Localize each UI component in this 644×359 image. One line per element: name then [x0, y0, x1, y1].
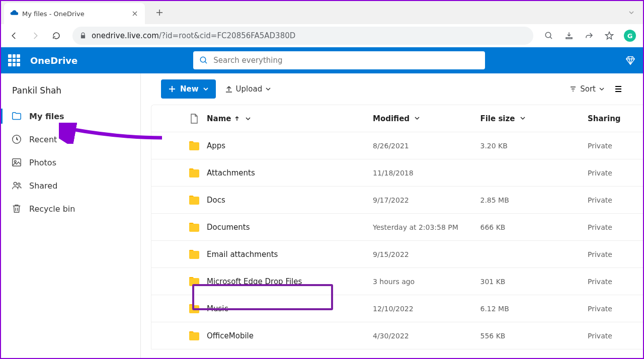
cell-modified: Yesterday at 2:03:58 PM	[373, 223, 480, 231]
upload-icon	[225, 85, 233, 93]
new-button[interactable]: New	[161, 79, 216, 99]
search-icon	[199, 56, 208, 65]
bookmark-icon[interactable]	[601, 27, 618, 44]
app-launcher-icon[interactable]	[8, 54, 20, 66]
tabs-dropdown-icon[interactable]	[628, 9, 635, 16]
sort-icon	[569, 85, 577, 93]
cell-modified: 3 hours ago	[373, 278, 480, 286]
svg-point-0	[545, 32, 551, 38]
svg-point-6	[18, 183, 20, 186]
search-input[interactable]	[213, 56, 479, 65]
sidebar-item-label: Photos	[29, 158, 56, 167]
folder-icon	[182, 276, 207, 287]
recent-icon	[11, 134, 22, 145]
cell-name[interactable]: Email attachments	[207, 250, 373, 259]
new-tab-button[interactable]	[152, 5, 167, 20]
chevron-down-icon	[520, 115, 526, 121]
cell-name[interactable]: Docs	[207, 196, 373, 205]
folder-icon	[182, 330, 207, 341]
cell-name[interactable]: Music	[207, 304, 373, 313]
cell-name[interactable]: Attachments	[207, 168, 373, 177]
folder-icon	[182, 195, 207, 206]
lock-icon	[79, 32, 87, 39]
cell-name[interactable]: Microsoft Edge Drop Files	[207, 277, 373, 286]
view-options-icon[interactable]	[614, 84, 623, 94]
svg-point-1	[201, 57, 206, 62]
cell-name[interactable]: Documents	[207, 223, 373, 232]
folder-icon	[182, 303, 207, 314]
col-name[interactable]: Name	[207, 114, 373, 123]
cell-size: 301 KB	[480, 278, 588, 286]
chevron-down-icon	[245, 116, 251, 122]
sidebar-item-label: My files	[29, 112, 64, 121]
user-name: Pankil Shah	[1, 85, 140, 105]
cell-modified: 9/17/2022	[373, 196, 480, 204]
cell-size: 2.85 MB	[480, 196, 588, 204]
upload-button[interactable]: Upload	[225, 84, 272, 94]
cell-size: 6.12 MB	[480, 305, 588, 313]
brand-name[interactable]: OneDrive	[30, 55, 77, 66]
back-button[interactable]	[5, 27, 23, 45]
sidebar-item-my-files[interactable]: My files	[1, 105, 140, 128]
svg-point-4	[14, 160, 16, 162]
plus-icon	[168, 85, 176, 93]
col-size[interactable]: File size	[480, 114, 588, 123]
sidebar-item-recycle-bin[interactable]: Recycle bin	[1, 197, 140, 220]
close-tab-icon[interactable]	[131, 10, 139, 18]
svg-rect-3	[13, 159, 21, 166]
table-row[interactable]: Music12/10/20226.12 MBPrivate	[151, 295, 643, 322]
cell-sharing: Private	[588, 305, 643, 313]
cell-size: 666 KB	[480, 223, 588, 231]
premium-icon[interactable]	[625, 55, 636, 66]
sidebar-item-label: Shared	[29, 181, 57, 191]
cell-sharing: Private	[588, 223, 643, 231]
table-row[interactable]: Docs9/17/20222.85 MBPrivate	[151, 187, 643, 214]
sidebar-item-shared[interactable]: Shared	[1, 174, 140, 197]
chevron-down-icon	[414, 115, 420, 121]
install-icon[interactable]	[560, 27, 578, 44]
sort-button[interactable]: Sort	[569, 84, 605, 94]
cell-modified: 12/10/2022	[373, 305, 480, 313]
table-row[interactable]: Apps8/26/20213.20 KBPrivate	[151, 132, 643, 159]
cell-sharing: Private	[588, 332, 643, 340]
cell-modified: 8/26/2021	[373, 142, 480, 150]
table-row[interactable]: Email attachments9/15/2022Private	[151, 241, 643, 268]
cell-modified: 4/30/2022	[373, 332, 480, 340]
sidebar-item-label: Recent	[29, 135, 57, 144]
search-box[interactable]	[193, 51, 485, 69]
sidebar-item-label: Recycle bin	[29, 204, 75, 214]
cell-name[interactable]: OfficeMobile	[207, 331, 373, 340]
address-bar[interactable]: onedrive.live.com/?id=root&cid=FC20856FA…	[72, 27, 533, 45]
cell-size: 3.20 KB	[480, 142, 588, 150]
photo-icon	[11, 157, 22, 168]
table-row[interactable]: Microsoft Edge Drop Files3 hours ago301 …	[151, 268, 643, 295]
cell-modified: 11/18/2018	[373, 169, 480, 177]
cell-sharing: Private	[588, 196, 643, 204]
cell-sharing: Private	[588, 169, 643, 177]
search-omni-icon[interactable]	[540, 27, 557, 44]
chevron-down-icon	[203, 86, 209, 92]
people-icon	[11, 180, 22, 191]
table-row[interactable]: OfficeMobile4/30/2022556 KBPrivate	[151, 322, 643, 349]
cell-name[interactable]: Apps	[207, 141, 373, 150]
tab-title: My files - OneDrive	[22, 10, 127, 18]
table-header: Name Modified File size Sharing	[151, 105, 643, 132]
cell-sharing: Private	[588, 278, 643, 286]
share-icon[interactable]	[581, 27, 598, 44]
sidebar-item-photos[interactable]: Photos	[1, 151, 140, 174]
folder-icon	[182, 222, 207, 233]
col-sharing[interactable]: Sharing	[588, 114, 643, 123]
file-icon	[190, 114, 198, 124]
table-row[interactable]: Attachments11/18/2018Private	[151, 159, 643, 187]
folder-icon	[182, 140, 207, 151]
chevron-down-icon	[599, 86, 605, 92]
folder-icon	[182, 167, 207, 178]
reload-button[interactable]	[47, 27, 65, 45]
table-row[interactable]: DocumentsYesterday at 2:03:58 PM666 KBPr…	[151, 214, 643, 241]
browser-tab[interactable]: My files - OneDrive	[4, 3, 145, 24]
sidebar-item-recent[interactable]: Recent	[1, 128, 140, 151]
grammarly-icon[interactable]: G	[624, 30, 636, 42]
folder-icon	[11, 111, 22, 122]
cell-modified: 9/15/2022	[373, 250, 480, 258]
col-modified[interactable]: Modified	[373, 114, 480, 123]
